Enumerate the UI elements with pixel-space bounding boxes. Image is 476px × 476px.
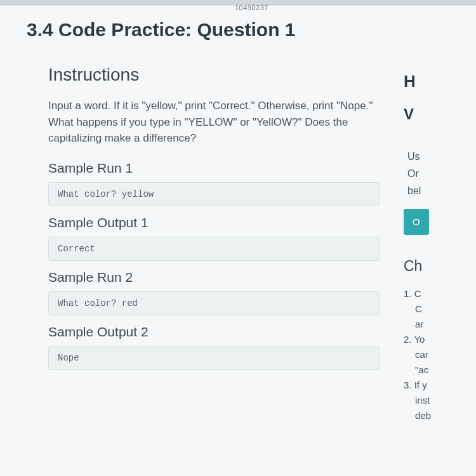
sidebar-teal-button[interactable]: O <box>404 209 429 235</box>
page-title: 3.4 Code Practice: Question 1 <box>27 19 476 41</box>
sidebar-list-item-3a: 3. If y <box>404 378 476 393</box>
sidebar-list-item-1c: ar <box>415 317 476 332</box>
sidebar-list-item-3c: deb <box>415 408 476 423</box>
sample-output-1-heading: Sample Output 1 <box>48 215 386 230</box>
sample-run-1-heading: Sample Run 1 <box>48 161 386 176</box>
sidebar-text-us: Us <box>407 148 476 165</box>
sidebar-list-item-2c: "ac <box>415 362 476 378</box>
sidebar-list-item-2b: car <box>415 347 476 362</box>
sidebar-partial: H V Us Or bel O Ch 1. C C ar 2. Yo car "… <box>404 65 476 423</box>
instructions-heading: Instructions <box>48 65 386 85</box>
sample-run-1-code: What color? yellow <box>48 182 380 206</box>
sidebar-list-item-1a: 1. C <box>404 286 476 301</box>
sample-output-1-code: Correct <box>48 237 380 261</box>
main-column: Instructions Input a word. If it is "yel… <box>30 65 386 423</box>
sample-output-2-code: Nope <box>48 346 380 370</box>
sample-run-2-heading: Sample Run 2 <box>48 270 386 285</box>
sidebar-text-bel: bel <box>407 182 476 199</box>
sample-output-2-heading: Sample Output 2 <box>48 324 386 340</box>
sidebar-heading-h: H <box>404 67 476 95</box>
sample-run-2-code: What color? red <box>48 291 380 315</box>
content-row: Instructions Input a word. If it is "yel… <box>30 65 476 423</box>
sidebar-text-or: Or <box>407 165 476 182</box>
instructions-body: Input a word. If it is "yellow," print "… <box>48 98 385 147</box>
sidebar-list-item-3b: inst <box>415 393 476 408</box>
page-container: 10490237 3.4 Code Practice: Question 1 I… <box>0 6 476 476</box>
tab-id-fragment: 10490237 <box>235 4 268 11</box>
sidebar-heading-v: V <box>404 102 476 128</box>
sidebar-ch-heading: Ch <box>404 254 476 279</box>
sidebar-list-item-2a: 2. Yo <box>404 332 476 347</box>
sidebar-list-item-1b: C <box>415 301 476 317</box>
